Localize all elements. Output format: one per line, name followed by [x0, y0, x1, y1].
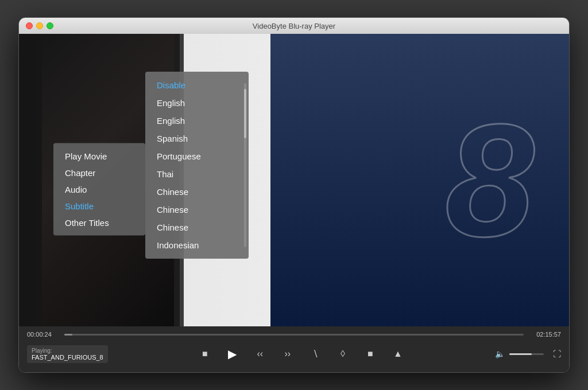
folder-button[interactable]: ■	[362, 346, 378, 362]
menu-item-chapter[interactable]: Chapter	[53, 165, 145, 181]
playing-title: FAST_AND_FURIOUS_8	[32, 354, 103, 361]
close-button[interactable]	[26, 22, 33, 29]
controls-bottom: Playing: FAST_AND_FURIOUS_8 ■ ▶ ‹‹ ›› ∖ …	[19, 340, 569, 368]
subtitle-item-english-2[interactable]: English	[145, 112, 249, 130]
subtitle-item-portuguese[interactable]: Portuguese	[145, 147, 249, 165]
volume-icon: 🔈	[495, 349, 505, 358]
progress-bar-area: 00:00:24 02:15:57	[19, 326, 569, 340]
submenu-scrollbar-thumb	[244, 89, 246, 138]
subtitle-item-english-1[interactable]: English	[145, 94, 249, 112]
progress-fill	[64, 334, 72, 336]
time-total: 02:15:57	[529, 331, 561, 338]
subtitle-submenu: Disable English English Spanish Portugue…	[145, 72, 249, 259]
progress-track[interactable]	[64, 334, 524, 336]
window-title: VideoByte Blu-ray Player	[253, 22, 335, 30]
subtitle-item-chinese-1[interactable]: Chinese	[145, 183, 249, 201]
menu-item-other-titles[interactable]: Other Titles	[53, 214, 145, 231]
minimize-button[interactable]	[36, 22, 43, 29]
subtitle-item-chinese-3[interactable]: Chinese	[145, 219, 249, 236]
menu-item-subtitle[interactable]: Subtitle	[53, 198, 145, 214]
maximize-button[interactable]	[47, 22, 53, 29]
titlebar: VideoByte Blu-ray Player	[19, 18, 569, 34]
menu-item-play-movie[interactable]: Play Movie	[53, 148, 145, 165]
submenu-scrollbar[interactable]	[244, 83, 246, 247]
app-window: VideoByte Blu-ray Player 8 Play Movie Ch…	[18, 17, 570, 373]
controls-bar: 00:00:24 02:15:57 Playing: FAST_AND_FURI…	[19, 326, 569, 372]
time-current: 00:00:24	[27, 331, 59, 338]
volume-track[interactable]	[509, 353, 544, 355]
screenshot-button[interactable]: ◊	[335, 346, 351, 362]
subtitle-item-chinese-2[interactable]: Chinese	[145, 201, 249, 219]
next-chapter-button[interactable]: ››	[280, 346, 296, 362]
play-button[interactable]: ▶	[225, 346, 241, 362]
prev-chapter-button[interactable]: ‹‹	[252, 346, 268, 362]
traffic-lights	[26, 22, 53, 29]
fullscreen-button[interactable]: ⛶	[553, 349, 561, 358]
subtitle-item-disable[interactable]: Disable	[145, 76, 249, 94]
eject-button[interactable]: ▲	[390, 346, 406, 362]
subtitle-item-spanish[interactable]: Spanish	[145, 130, 249, 147]
menu-item-audio[interactable]: Audio	[53, 181, 145, 198]
movie-number: 8	[445, 100, 535, 260]
main-context-menu: Play Movie Chapter Audio Subtitle Other …	[53, 143, 145, 236]
subtitle-item-thai[interactable]: Thai	[145, 165, 249, 183]
video-area: 8 Play Movie Chapter Audio Subtitle Othe…	[19, 34, 569, 326]
subtitle-item-indonesian[interactable]: Indonesian	[145, 236, 249, 254]
playing-info: Playing: FAST_AND_FURIOUS_8	[27, 345, 108, 363]
right-controls: 🔈 ⛶	[495, 349, 561, 358]
grid-view-button[interactable]: ∖	[307, 346, 323, 362]
stop-button[interactable]: ■	[197, 346, 213, 362]
control-buttons: ■ ▶ ‹‹ ›› ∖ ◊ ■ ▲	[108, 346, 495, 362]
playing-label: Playing:	[32, 348, 103, 354]
volume-fill	[509, 353, 532, 355]
